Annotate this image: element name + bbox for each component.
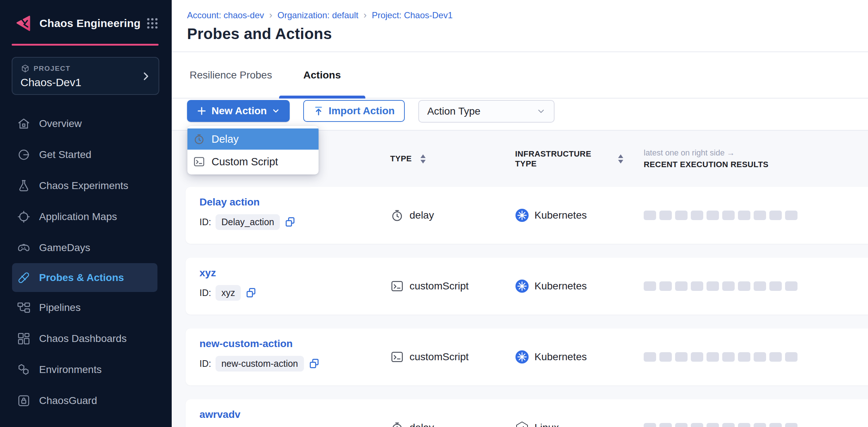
plus-icon [197, 106, 207, 116]
execution-placeholder [675, 281, 688, 291]
breadcrumb-account[interactable]: Account: chaos-dev [187, 10, 264, 20]
terminal-icon [193, 155, 205, 168]
execution-placeholder [754, 211, 766, 220]
sidebar-item-environments[interactable]: Environments [0, 354, 172, 385]
execution-placeholder [707, 281, 719, 291]
execution-placeholder [691, 423, 703, 427]
action-type-select[interactable]: Action Type [418, 100, 555, 123]
progress-circle-icon [17, 148, 31, 162]
menu-item-custom-script[interactable]: Custom Script [187, 151, 319, 172]
stopwatch-icon [390, 421, 404, 427]
column-header-recent-execution-results: latest one on right side → RECENT EXECUT… [644, 148, 868, 169]
tab-resilience-probes[interactable]: Resilience Probes [190, 69, 272, 81]
recent-executions [644, 352, 868, 362]
execution-placeholder [722, 423, 735, 427]
action-id-line: ID: new-custom-action [199, 356, 390, 372]
execution-placeholder [691, 281, 703, 291]
sort-icon[interactable] [617, 153, 625, 164]
import-action-button[interactable]: Import Action [303, 100, 405, 122]
execution-placeholder [754, 352, 766, 362]
lock-shield-icon [17, 394, 31, 408]
execution-placeholder [659, 211, 672, 220]
execution-placeholder [659, 352, 672, 362]
kubernetes-icon [515, 350, 529, 364]
action-id-value: new-custom-action [216, 356, 304, 372]
sidebar-item-get-started[interactable]: Get Started [0, 139, 172, 170]
action-name-link[interactable]: awrvadv [199, 409, 240, 420]
execution-placeholder [722, 352, 735, 362]
page-header: Account: chaos-dev › Organization: defau… [172, 0, 868, 52]
flask-icon [17, 179, 31, 193]
upload-icon [313, 106, 324, 116]
page-title: Probes and Actions [187, 25, 868, 43]
action-name-link[interactable]: new-custom-action [199, 338, 293, 350]
sidebar-item-overview[interactable]: Overview [0, 108, 172, 139]
execution-placeholder [769, 281, 782, 291]
copy-icon[interactable] [308, 358, 321, 370]
sidebar-item-probes-and-actions[interactable]: Probes & Actions [12, 263, 157, 292]
linux-icon [515, 421, 529, 427]
execution-placeholder [691, 352, 703, 362]
sidebar-item-pipelines[interactable]: Pipelines [0, 292, 172, 323]
action-type-value: delay [410, 209, 434, 221]
execution-placeholder [675, 352, 688, 362]
sidebar-item-chaos-dashboards[interactable]: Chaos Dashboards [0, 323, 172, 354]
execution-placeholder [722, 211, 735, 220]
execution-placeholder [644, 211, 656, 220]
menu-item-delay[interactable]: Delay [187, 128, 319, 150]
execution-placeholder [738, 423, 750, 427]
execution-placeholder [738, 281, 750, 291]
execution-placeholder [722, 281, 735, 291]
breadcrumb: Account: chaos-dev › Organization: defau… [187, 9, 868, 21]
sidebar-item-gamedays[interactable]: GameDays [0, 232, 172, 263]
action-name-link[interactable]: xyz [199, 267, 216, 279]
sidebar-item-application-maps[interactable]: Application Maps [0, 201, 172, 232]
sidebar-header: Chaos Engineering [0, 0, 172, 33]
execution-placeholder [769, 211, 782, 220]
id-label: ID: [199, 358, 211, 369]
sidebar-item-chaosguard[interactable]: ChaosGuard [0, 385, 172, 416]
package-icon [20, 64, 30, 73]
project-label: PROJECT [34, 65, 71, 73]
breadcrumb-organization[interactable]: Organization: default [277, 10, 358, 20]
execution-placeholder [644, 423, 656, 427]
execution-placeholder [644, 352, 656, 362]
execution-placeholder [785, 281, 797, 291]
infrastructure-cell: Kubernetes [515, 279, 644, 293]
infrastructure-value: Kubernetes [534, 280, 587, 292]
project-selector[interactable]: PROJECT Chaos-Dev1 [12, 57, 159, 95]
execution-placeholder [738, 352, 750, 362]
recent-executions [644, 423, 868, 427]
tab-bar: Resilience Probes Actions [172, 52, 868, 99]
execution-placeholder [754, 281, 766, 291]
sort-icon[interactable] [419, 153, 427, 164]
new-action-menu: Delay Custom Script [187, 126, 319, 174]
column-header-infrastructure-type: INFRASTRUCTURE TYPE [515, 149, 644, 169]
main-content: Account: chaos-dev › Organization: defau… [172, 0, 868, 427]
terminal-icon [390, 279, 404, 293]
breadcrumb-project[interactable]: Project: Chaos-Dev1 [372, 10, 453, 20]
copy-icon[interactable] [284, 216, 297, 228]
stopwatch-icon [193, 133, 205, 145]
terminal-icon [390, 350, 404, 364]
execution-placeholder [659, 423, 672, 427]
execution-placeholder [785, 211, 797, 220]
column-header-type: TYPE [390, 153, 515, 164]
action-type-cell: customScript [390, 279, 515, 293]
hexagons-icon [17, 363, 31, 377]
action-row: xyz ID: xyz customScript Kubernetes [186, 258, 868, 315]
execution-placeholder [769, 423, 782, 427]
project-name: Chaos-Dev1 [20, 76, 151, 89]
sidebar-item-chaos-experiments[interactable]: Chaos Experiments [0, 170, 172, 201]
copy-icon[interactable] [245, 287, 258, 299]
chaos-engineering-logo-icon [14, 14, 33, 33]
module-grid-icon[interactable] [145, 16, 159, 30]
kubernetes-icon [515, 279, 529, 293]
action-name-link[interactable]: Delay action [199, 196, 260, 208]
tab-actions[interactable]: Actions [279, 52, 365, 98]
home-icon [17, 117, 31, 131]
execution-placeholder [769, 352, 782, 362]
actions-list: Delay action ID: Delay_action delay Kube… [172, 187, 868, 427]
new-action-button[interactable]: New Action [187, 100, 290, 122]
action-type-cell: delay [390, 421, 515, 427]
